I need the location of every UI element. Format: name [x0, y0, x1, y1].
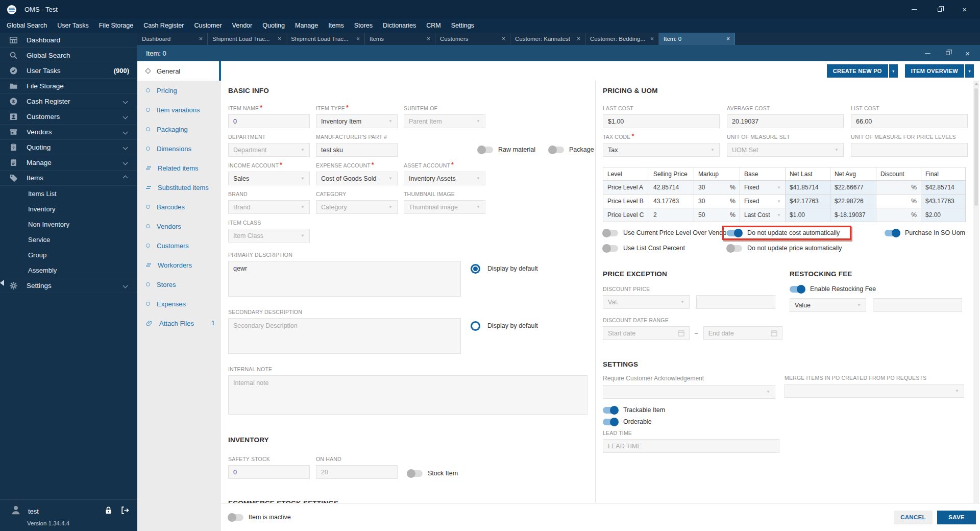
- base-select-cell[interactable]: Fixed▼: [740, 195, 786, 208]
- sidebar-item-items[interactable]: Items: [0, 171, 137, 186]
- discount-cell[interactable]: %: [876, 195, 921, 208]
- save-button[interactable]: SAVE: [937, 511, 976, 524]
- package-toggle[interactable]: Package: [549, 146, 594, 153]
- minimize-icon[interactable]: [912, 9, 917, 10]
- nav-dimensions[interactable]: Dimensions: [137, 139, 221, 158]
- item-overview-button[interactable]: ITEM OVERVIEW: [905, 64, 964, 78]
- menu-quoting[interactable]: Quoting: [257, 19, 290, 33]
- logout-icon[interactable]: [120, 506, 129, 517]
- nav-pricing[interactable]: Pricing: [137, 81, 221, 100]
- nav-expenses[interactable]: Expenses: [137, 294, 221, 313]
- uom-price-levels-input[interactable]: [851, 143, 968, 157]
- menu-file-storage[interactable]: File Storage: [94, 19, 138, 33]
- merge-items-select[interactable]: ▼: [785, 384, 964, 398]
- selling-price-cell[interactable]: 43.17763: [649, 195, 694, 208]
- require-ack-select[interactable]: ▼: [603, 385, 775, 399]
- menu-global-search[interactable]: Global Search: [2, 19, 52, 33]
- do-not-update-cost-toggle[interactable]: Do not update cost automatically: [727, 229, 840, 236]
- markup-cell[interactable]: 30%: [694, 195, 740, 208]
- close-icon[interactable]: ×: [722, 35, 730, 42]
- tab-shipment-load-tracking-1[interactable]: Shipment Load Trac... ×: [208, 33, 286, 45]
- nav-customers[interactable]: Customers: [137, 236, 221, 255]
- menu-manage[interactable]: Manage: [290, 19, 323, 33]
- tab-shipment-load-tracking-2[interactable]: Shipment Load Trac... ×: [286, 33, 365, 45]
- item-class-select[interactable]: Item Class▼: [228, 229, 310, 243]
- safety-stock-input[interactable]: 0: [228, 465, 310, 479]
- vertical-scrollbar[interactable]: [973, 81, 979, 503]
- tab-item-0[interactable]: Item: 0 ×: [659, 33, 735, 45]
- sidebar-subitem-items-list[interactable]: Items List: [0, 186, 137, 201]
- sidebar-item-cash-register[interactable]: $ Cash Register: [0, 94, 137, 109]
- base-select-cell[interactable]: Fixed▼: [740, 181, 786, 195]
- sidebar-item-file-storage[interactable]: File Storage: [0, 79, 137, 94]
- close-icon[interactable]: ×: [962, 6, 967, 13]
- discount-cell[interactable]: %: [876, 208, 921, 222]
- brand-select[interactable]: Brand▼: [228, 200, 310, 214]
- selling-price-cell[interactable]: 42.85714: [649, 181, 694, 195]
- purchase-in-so-uom-toggle[interactable]: Purchase In SO Uom: [885, 229, 965, 236]
- sidebar-subitem-non-inventory[interactable]: Non Inventory: [0, 216, 137, 232]
- nav-stores[interactable]: Stores: [137, 275, 221, 294]
- sidebar-item-user-tasks[interactable]: User Tasks (900): [0, 63, 137, 79]
- create-new-po-dropdown-arrow-icon[interactable]: ▼: [889, 64, 898, 78]
- sidebar-subitem-service[interactable]: Service: [0, 232, 137, 247]
- manufacturer-part-input[interactable]: test sku: [316, 143, 398, 157]
- sidebar-item-dashboard[interactable]: Dashboard: [0, 33, 137, 48]
- menu-customer[interactable]: Customer: [189, 19, 227, 33]
- sidebar-subitem-inventory[interactable]: Inventory: [0, 201, 137, 216]
- enable-restocking-fee-toggle[interactable]: Enable Restocking Fee: [790, 285, 965, 293]
- orderable-toggle[interactable]: Orderable: [603, 418, 980, 425]
- income-account-select[interactable]: Sales▼: [228, 172, 310, 185]
- sidebar-item-settings[interactable]: Settings: [0, 278, 137, 293]
- nav-item-variations[interactable]: Item variations: [137, 100, 221, 119]
- sidebar-item-customers[interactable]: Customers: [0, 109, 137, 125]
- discount-cell[interactable]: %: [876, 181, 921, 195]
- nav-general[interactable]: General: [137, 61, 221, 81]
- close-icon[interactable]: ×: [195, 35, 203, 42]
- tab-dashboard[interactable]: Dashboard ×: [137, 33, 208, 45]
- close-icon[interactable]: ×: [352, 35, 360, 42]
- minimize-icon[interactable]: [925, 53, 930, 54]
- restore-icon[interactable]: [938, 8, 942, 12]
- sidebar-item-vendors[interactable]: Vendors: [0, 125, 137, 140]
- primary-description-textarea[interactable]: qewr: [228, 261, 461, 297]
- markup-cell[interactable]: 30%: [694, 181, 740, 195]
- restore-icon[interactable]: [946, 51, 950, 55]
- cancel-button[interactable]: CANCEL: [894, 511, 933, 524]
- menu-dictionaries[interactable]: Dictionaries: [378, 19, 421, 33]
- last-cost-input[interactable]: $1.00: [603, 114, 720, 128]
- restocking-fee-value-input[interactable]: [873, 298, 962, 312]
- scrollbar-thumb[interactable]: [974, 88, 978, 206]
- thumbnail-image-select[interactable]: Thumbnail image▼: [404, 200, 485, 214]
- stock-item-toggle[interactable]: Stock Item: [407, 468, 458, 479]
- menu-settings[interactable]: Settings: [446, 19, 479, 33]
- nav-workorders[interactable]: Workorders: [137, 255, 221, 275]
- tab-items[interactable]: Items ×: [365, 33, 435, 45]
- secondary-description-textarea[interactable]: Secondary Description: [228, 318, 461, 354]
- tax-code-select[interactable]: Tax▼: [603, 143, 720, 157]
- item-name-input[interactable]: 0: [228, 114, 310, 128]
- menu-user-tasks[interactable]: User Tasks: [52, 19, 94, 33]
- tab-customer-bedding[interactable]: Customer: Bedding... ×: [585, 33, 659, 45]
- close-icon[interactable]: ×: [274, 35, 281, 42]
- discount-price-value-input[interactable]: [696, 295, 775, 309]
- average-cost-input[interactable]: 20.19037: [727, 114, 844, 128]
- base-select-cell[interactable]: Last Cost▼: [740, 208, 786, 222]
- markup-cell[interactable]: 50%: [694, 208, 740, 222]
- internal-note-textarea[interactable]: Internal note: [228, 375, 587, 415]
- lock-icon[interactable]: [104, 506, 113, 517]
- nav-packaging[interactable]: Packaging: [137, 119, 221, 139]
- restocking-fee-type-select[interactable]: Value▼: [790, 298, 866, 312]
- close-icon[interactable]: ×: [573, 35, 580, 42]
- menu-stores[interactable]: Stores: [349, 19, 378, 33]
- tab-customers[interactable]: Customers ×: [435, 33, 510, 45]
- asset-account-select[interactable]: Inventory Assets▼: [404, 172, 485, 185]
- sidebar-collapse-handle[interactable]: [0, 277, 7, 289]
- create-new-po-button[interactable]: CREATE NEW PO: [827, 64, 888, 78]
- raw-material-toggle[interactable]: Raw material: [478, 146, 535, 153]
- sidebar-item-quoting[interactable]: ? Quoting: [0, 140, 137, 155]
- nav-barcodes[interactable]: Barcodes: [137, 197, 221, 216]
- close-icon[interactable]: ×: [646, 35, 654, 42]
- scroll-up-arrow-icon[interactable]: [974, 83, 978, 85]
- menu-items[interactable]: Items: [323, 19, 349, 33]
